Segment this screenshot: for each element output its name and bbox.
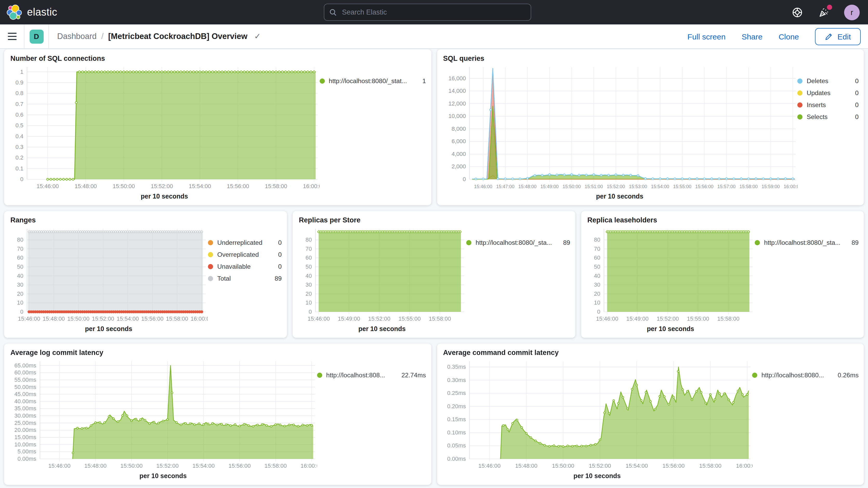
legend-item[interactable]: Inserts0 bbox=[797, 101, 859, 109]
svg-text:16:00:00: 16:00:00 bbox=[736, 462, 752, 469]
navbar-actions: r bbox=[791, 4, 861, 20]
panel-replicas-per-store[interactable]: Replicas per Store 15:46:0015:49:0015:52… bbox=[292, 211, 576, 338]
legend-item[interactable]: Underreplicated0 bbox=[208, 239, 282, 246]
legend-item[interactable]: Overreplicated0 bbox=[208, 251, 282, 258]
svg-text:15:48:00: 15:48:00 bbox=[42, 315, 65, 322]
space-badge: D bbox=[29, 29, 43, 43]
legend-item[interactable]: Deletes0 bbox=[797, 78, 859, 85]
svg-text:12,000: 12,000 bbox=[448, 100, 466, 107]
svg-text:0.00ms: 0.00ms bbox=[447, 456, 466, 462]
svg-text:70: 70 bbox=[17, 246, 23, 252]
search-input[interactable] bbox=[341, 8, 525, 17]
svg-text:15:52:00: 15:52:00 bbox=[368, 315, 391, 322]
chart-canvas: 15:46:0015:48:0015:50:0015:52:0015:54:00… bbox=[9, 64, 320, 192]
panel-sql-queries[interactable]: SQL queries 15:46:0015:47:0015:48:0015:4… bbox=[437, 49, 864, 205]
svg-text:0.4: 0.4 bbox=[16, 133, 23, 140]
svg-text:15:58:00: 15:58:00 bbox=[166, 315, 188, 322]
svg-text:15:55:00: 15:55:00 bbox=[687, 315, 709, 322]
user-avatar[interactable]: r bbox=[844, 4, 860, 20]
svg-text:15:54:00: 15:54:00 bbox=[193, 462, 215, 469]
svg-text:70: 70 bbox=[594, 246, 600, 252]
svg-text:2,000: 2,000 bbox=[452, 163, 466, 170]
svg-text:0.20ms: 0.20ms bbox=[447, 403, 466, 409]
legend-item[interactable]: Total89 bbox=[208, 275, 282, 282]
global-search[interactable] bbox=[324, 4, 531, 21]
space-selector[interactable]: D bbox=[24, 24, 48, 48]
legend-label: Underreplicated bbox=[217, 239, 274, 246]
legend: http://localhost:8080/_sta...89 bbox=[466, 225, 570, 335]
title-check-icon[interactable]: ✓ bbox=[254, 32, 261, 41]
legend-item[interactable]: Unavailable0 bbox=[208, 263, 282, 270]
svg-text:0.3: 0.3 bbox=[16, 144, 23, 150]
clone-button[interactable]: Clone bbox=[779, 32, 799, 41]
svg-text:15:50:00: 15:50:00 bbox=[113, 183, 135, 189]
legend-value: 89 bbox=[563, 239, 570, 246]
svg-text:30: 30 bbox=[306, 281, 312, 288]
full-screen-button[interactable]: Full screen bbox=[687, 32, 725, 41]
kibana-app: elastic bbox=[0, 0, 868, 488]
legend-swatch-icon bbox=[466, 240, 471, 245]
svg-text:15:50:00: 15:50:00 bbox=[552, 462, 574, 469]
svg-text:15:53:00: 15:53:00 bbox=[629, 184, 647, 189]
legend-item[interactable]: Selects0 bbox=[797, 113, 859, 121]
svg-text:15.00ms: 15.00ms bbox=[14, 434, 36, 440]
menu-icon[interactable] bbox=[0, 24, 24, 48]
svg-text:15:55:00: 15:55:00 bbox=[398, 315, 421, 322]
svg-text:15:46:00: 15:46:00 bbox=[596, 315, 618, 322]
legend-item[interactable]: http://localhost:8080/_sta...89 bbox=[466, 239, 570, 246]
brand-name: elastic bbox=[27, 6, 57, 18]
breadcrumb-dashboard-link[interactable]: Dashboard bbox=[57, 32, 97, 41]
chart-area: 15:46:0015:49:0015:52:0015:55:0015:58:00… bbox=[586, 225, 755, 324]
svg-text:15:57:00: 15:57:00 bbox=[717, 184, 735, 189]
legend-value: 0 bbox=[855, 89, 859, 97]
legend-value: 0 bbox=[278, 239, 282, 246]
elastic-brand[interactable]: elastic bbox=[7, 5, 57, 20]
x-axis-label: per 10 seconds bbox=[9, 192, 319, 202]
legend-item[interactable]: http://localhost:808...22.74ms bbox=[317, 372, 426, 379]
svg-text:0.5: 0.5 bbox=[16, 122, 23, 129]
svg-text:15:52:00: 15:52:00 bbox=[92, 315, 114, 322]
svg-text:15:48:00: 15:48:00 bbox=[515, 462, 537, 469]
panel-average-log-commit-latency[interactable]: Average log commit latency 15:46:0015:48… bbox=[4, 343, 431, 485]
legend-value: 0 bbox=[278, 251, 282, 258]
svg-text:15:50:00: 15:50:00 bbox=[67, 315, 90, 322]
legend-item[interactable]: http://localhost:8080/_stat...1 bbox=[319, 78, 426, 85]
legend-swatch-icon bbox=[797, 114, 803, 120]
page-title[interactable]: [Metricbeat CockroachDB] Overview bbox=[108, 32, 247, 41]
panel-replica-leaseholders[interactable]: Replica leaseholders 15:46:0015:49:0015:… bbox=[581, 211, 864, 338]
legend-label: Updates bbox=[807, 89, 851, 97]
legend-swatch-icon bbox=[208, 276, 213, 281]
svg-text:16:00:00: 16:00:00 bbox=[783, 184, 798, 189]
svg-text:0.35ms: 0.35ms bbox=[447, 364, 466, 370]
legend-value: 0.26ms bbox=[838, 372, 859, 379]
svg-text:50.00ms: 50.00ms bbox=[14, 384, 36, 390]
svg-text:0.7: 0.7 bbox=[16, 101, 23, 107]
legend-item[interactable]: Updates0 bbox=[797, 89, 859, 97]
share-button[interactable]: Share bbox=[742, 32, 763, 41]
panel-number-of-sql-connections[interactable]: Number of SQL connections 15:46:0015:48:… bbox=[4, 49, 431, 205]
svg-text:70: 70 bbox=[306, 246, 312, 252]
legend-swatch-icon bbox=[752, 373, 757, 378]
x-axis-label: per 10 seconds bbox=[9, 471, 317, 482]
svg-text:15:58:00: 15:58:00 bbox=[699, 462, 721, 469]
legend-swatch-icon bbox=[208, 264, 213, 269]
panel-average-command-commit-latency[interactable]: Average command commit latency 15:46:001… bbox=[437, 343, 864, 485]
help-icon[interactable] bbox=[791, 6, 804, 19]
legend-item[interactable]: http://localhost:8080/_sta...89 bbox=[755, 239, 859, 246]
dashboard-actions: Full screen Share Clone Edit bbox=[687, 28, 868, 45]
legend-label: Unavailable bbox=[217, 263, 274, 270]
legend-swatch-icon bbox=[208, 240, 213, 245]
svg-text:14,000: 14,000 bbox=[448, 88, 466, 94]
legend-value: 22.74ms bbox=[402, 372, 426, 379]
svg-text:20: 20 bbox=[594, 291, 600, 297]
legend-value: 0 bbox=[278, 263, 282, 270]
legend-item[interactable]: http://localhost:8080...0.26ms bbox=[752, 372, 859, 379]
search-icon bbox=[330, 8, 337, 16]
svg-text:5.00ms: 5.00ms bbox=[18, 448, 36, 455]
edit-button[interactable]: Edit bbox=[815, 28, 861, 45]
newsfeed-icon[interactable] bbox=[817, 6, 830, 19]
svg-text:15:48:00: 15:48:00 bbox=[74, 183, 97, 189]
panel-ranges[interactable]: Ranges 15:46:0015:48:0015:50:0015:52:001… bbox=[4, 211, 287, 338]
svg-text:15:54:00: 15:54:00 bbox=[117, 315, 139, 322]
svg-text:15:56:00: 15:56:00 bbox=[142, 315, 164, 322]
